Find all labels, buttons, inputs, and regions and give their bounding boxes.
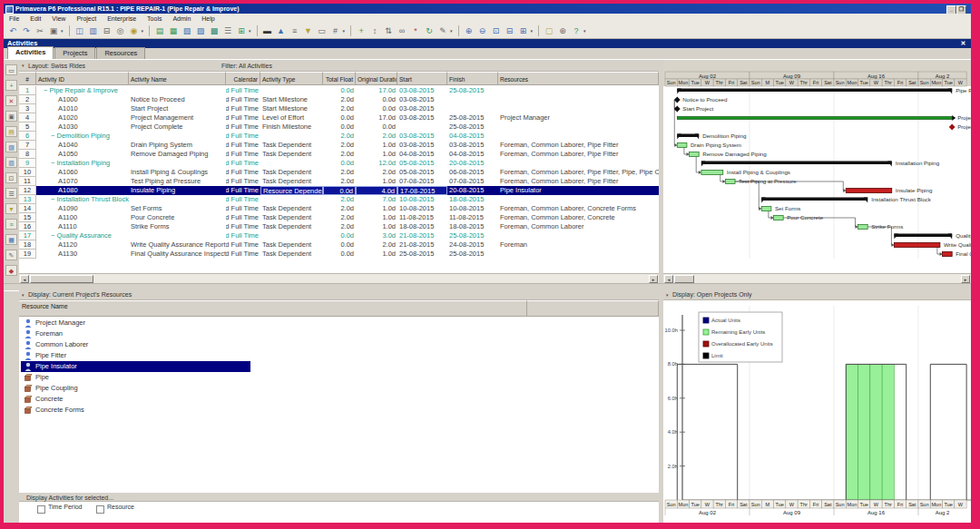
activity-row[interactable]: 14A1090Set FormsStandard Full TimeTask D… [19,204,659,213]
resource-row[interactable]: Pipe Insulator [19,361,659,372]
flag-tool-icon[interactable]: ◆ [5,265,17,276]
menu-item-enterprise[interactable]: Enterprise [102,15,142,22]
toolbar-group-dropdown-icon[interactable]: ▾ [61,28,64,34]
gantt-bar-task[interactable] [677,143,687,148]
group-tool-icon[interactable]: ≡ [5,219,17,230]
column-header-type[interactable]: Activity Type [260,72,323,85]
gantt-icon[interactable]: ▬ [261,25,274,37]
constraint-icon[interactable]: * [409,25,422,37]
gantt-bar-task[interactable] [725,180,735,184]
column-header-calendar[interactable]: Calendar [226,72,260,85]
expand-all-icon[interactable]: ⊞ [517,25,530,37]
update-icon[interactable]: ↻ [423,25,436,37]
activity-row[interactable]: 5A1030Project CompleteStandard Full Time… [19,122,659,132]
gantt-bar-task[interactable] [858,225,868,230]
activity-row[interactable]: 2A1000Notice to ProceedStandard Full Tim… [19,95,659,104]
column-header-float[interactable]: Total Float [323,72,356,85]
gantt-bar-critical[interactable] [894,243,939,248]
delete-activity-icon[interactable]: ✕ [5,95,17,106]
menu-item-tools[interactable]: Tools [142,15,167,22]
activity-row[interactable]: 11A1070Test Piping at PressureStandard F… [19,177,659,186]
tab-resources[interactable]: Resources [96,47,145,59]
resources-tool-icon[interactable]: ▨ [5,142,17,152]
layout-options-icon[interactable]: ▾ [22,60,24,72]
gantt-bar-loe[interactable] [677,117,952,120]
tracking-icon[interactable]: ☰ [221,25,234,37]
gantt-bar-summary[interactable] [894,234,952,238]
resources-icon[interactable]: ▨ [194,25,207,37]
level-icon[interactable]: ⇅ [382,25,395,37]
group-sort-icon[interactable]: ≡ [289,25,301,37]
toolbar-group-dropdown-icon[interactable]: ▾ [531,28,534,34]
paste-tool-icon[interactable]: ▤ [5,126,17,137]
menu-item-admin[interactable]: Admin [167,15,196,22]
column-header-name[interactable]: Activity Name [129,72,226,85]
add-activity-icon[interactable]: + [5,80,17,91]
chart-tool-icon[interactable]: ▦ [5,234,17,245]
layout-bar[interactable]: ▾ Layout: Swiss Rides Filter: All Activi… [19,60,659,72]
reports-icon[interactable]: ▩ [208,25,220,37]
link-icon[interactable]: ∞ [396,25,408,37]
profile-options-icon[interactable]: ▾ [666,289,669,300]
resource-checkbox[interactable] [96,505,104,514]
menu-item-view[interactable]: View [46,15,71,22]
filter-icon[interactable]: ▼ [302,25,315,37]
cut-icon[interactable]: ✂ [34,25,46,37]
bars-icon[interactable]: ▭ [316,25,328,37]
gantt-bar-summary[interactable] [701,162,892,165]
gantt-bar-task[interactable] [701,171,723,175]
outline-tool-icon[interactable]: ☰ [5,188,17,199]
resource-row[interactable]: Pipe Coupling [19,383,659,394]
scroll-thumb[interactable] [30,275,93,283]
scroll-right-arrow[interactable]: ▸ [649,275,658,283]
scroll-thumb[interactable] [674,275,694,283]
resources-options-icon[interactable]: ▾ [22,289,24,300]
time-period-checkbox[interactable] [37,505,45,514]
tab-projects[interactable]: Projects [54,47,95,59]
profile-display-bar[interactable]: ▾ Display: Open Projects Only [663,289,971,300]
gantt-bar-critical[interactable] [846,189,891,193]
gantt-bar-task[interactable] [690,152,700,157]
fit-tool-icon[interactable]: ⊡ [5,172,17,183]
resource-row[interactable]: Concrete [19,394,659,405]
resource-row[interactable]: Project Manager [19,318,659,328]
fill-down-icon[interactable]: ⊟ [101,25,113,37]
layout-tool-icon[interactable]: ▭ [5,64,17,75]
activity-row[interactable]: 10A1060Install Piping & CouplingsStandar… [19,168,659,177]
toolbar-group-dropdown-icon[interactable]: ▾ [249,28,251,34]
menu-item-file[interactable]: File [4,15,24,22]
resource-row[interactable]: Pipe Fitter [19,350,659,361]
activity-row[interactable]: 9− Installation PipingStandard Full Time… [19,159,659,168]
column-header-resources[interactable]: Resources [498,72,659,85]
column-header-finish[interactable]: Finish [447,72,498,85]
activity-row[interactable]: 16A1110Strike FormsStandard Full TimeTas… [19,222,659,231]
resources-display-bar[interactable]: ▾ Display: Current Project's Resources [19,289,659,300]
resource-row[interactable]: Concrete Forms [19,405,659,416]
activity-row[interactable]: 1− Pipe Repair & ImproveStandard Full Ti… [19,86,659,95]
activity-row[interactable]: 13− Installation Thrust BlockStandard Fu… [19,195,659,204]
column-header-duration[interactable]: Original Duration [356,72,397,85]
scroll-left-arrow[interactable]: ◂ [20,275,29,283]
gantt-bar-task[interactable] [774,216,784,220]
menu-item-help[interactable]: Help [196,15,220,22]
column-header-id[interactable]: Activity ID [36,72,129,85]
notebook-icon[interactable]: ✎ [436,25,449,37]
add-icon[interactable]: + [355,25,368,37]
assignments-icon[interactable]: ⊞ [235,25,248,37]
columns-icon[interactable]: ▥ [87,25,100,37]
wbs-icon[interactable]: ▦ [167,25,180,37]
activity-row[interactable]: 4A1020Project ManagementStandard Full Ti… [19,113,659,122]
projects-icon[interactable]: ▧ [181,25,193,37]
toolbar-group-dropdown-icon[interactable]: ▾ [450,28,453,34]
activity-row[interactable]: 6− Demolition PipingStandard Full Time2.… [19,132,659,141]
resource-row[interactable]: Common Laborer [19,339,659,350]
scroll-right-arrow[interactable]: ▸ [961,275,970,283]
help-globe-icon[interactable]: ? [570,25,583,37]
union-icon[interactable]: ⊛ [556,25,569,37]
activities-icon[interactable]: ▤ [153,25,166,37]
undo-icon[interactable]: ↶ [6,25,19,37]
filter-tool-icon[interactable]: ▼ [5,203,17,214]
activity-row[interactable]: 18A1120Write Quality Assurance ReportSta… [19,240,659,250]
layout-icon[interactable]: ◫ [74,25,86,37]
toolbar-group-dropdown-icon[interactable]: ▾ [343,28,346,34]
